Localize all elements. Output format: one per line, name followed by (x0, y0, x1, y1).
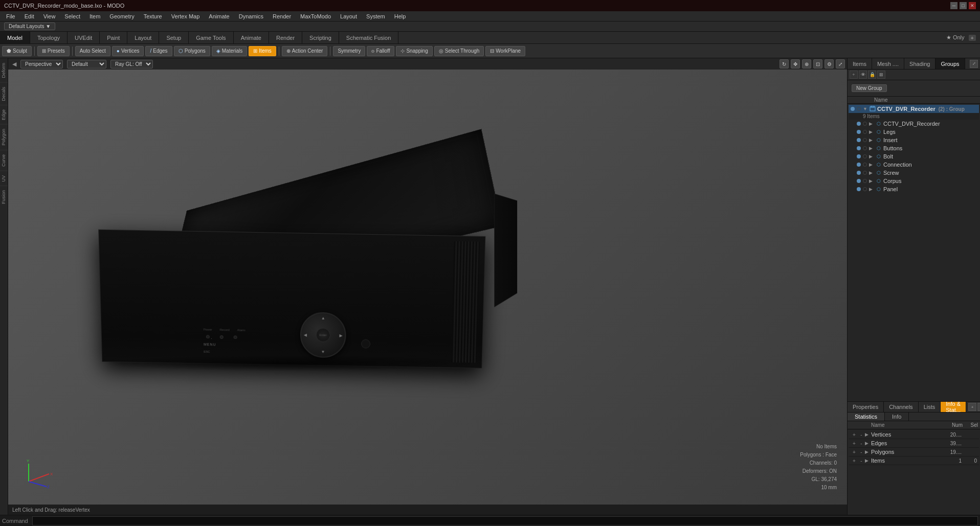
menu-help[interactable]: Help (390, 12, 410, 20)
menu-layout[interactable]: Layout (336, 12, 361, 20)
tree-visibility-btn[interactable]: 👁 (859, 71, 867, 79)
tab-topology[interactable]: Topology (30, 32, 68, 43)
left-tab-polygon[interactable]: Polygon (0, 124, 8, 150)
sculpt-button[interactable]: ⬟ Sculpt (2, 46, 32, 56)
tree-expand-root[interactable]: ▼ (863, 106, 868, 111)
menu-select[interactable]: Select (60, 12, 84, 20)
menu-item[interactable]: Item (85, 12, 104, 20)
stats-plus-items[interactable]: + (851, 458, 858, 464)
stats-expand-vertices[interactable]: ▶ (865, 432, 871, 437)
rp-tab-groups[interactable]: Groups (936, 58, 965, 69)
tab-setup[interactable]: Setup (159, 32, 189, 43)
falloff-button[interactable]: ⌾ Falloff (367, 46, 394, 56)
expand-9[interactable]: ▶ (869, 187, 874, 192)
expand-4[interactable]: ▶ (869, 146, 874, 151)
collapse-arrow[interactable]: ◀ (12, 61, 16, 67)
close-button[interactable]: ✕ (969, 2, 976, 9)
tree-item-buttons[interactable]: ▶ ⬡ Buttons (849, 144, 979, 152)
materials-button[interactable]: ◈ Materials (212, 46, 248, 56)
tab-schematic-fusion[interactable]: Schematic Fusion (339, 32, 398, 43)
stats-dash-items[interactable]: - (858, 458, 865, 464)
menu-edit[interactable]: Edit (20, 12, 38, 20)
maximize-button[interactable]: □ (960, 2, 967, 9)
tree-add-btn[interactable]: + (850, 71, 858, 79)
action-center-button[interactable]: ⊕ Action Center (282, 46, 328, 56)
vp-rotate-btn[interactable]: ↻ (779, 59, 789, 68)
rp-tab-shading[interactable]: Shading (904, 58, 936, 69)
vp-settings-btn[interactable]: ⚙ (825, 59, 834, 68)
viewport[interactable]: ◀ Perspective Front Top Default Wirefram… (8, 58, 847, 515)
add-tab-button[interactable]: + (969, 35, 976, 41)
menu-render[interactable]: Render (269, 12, 295, 20)
tab-game-tools[interactable]: Game Tools (189, 32, 234, 43)
tree-item-cctv-dvr[interactable]: ▶ ⬡ CCTV_DVR_Recorder (849, 120, 979, 128)
left-tab-decals[interactable]: Decals (0, 82, 8, 105)
scene-canvas[interactable]: PowerRecordAlarm MENU ESC (8, 70, 847, 505)
stats-row-edges[interactable]: + - ▶ Edges 39.... (849, 439, 979, 448)
tree-item-group-root[interactable]: ▼ CCTV_DVR_Recorder (2) : Group (849, 105, 979, 113)
stats-expand-items[interactable]: ▶ (865, 458, 871, 463)
new-group-button[interactable]: New Group (852, 84, 887, 92)
left-tab-deform[interactable]: Deform (0, 58, 8, 82)
tab-render[interactable]: Render (269, 32, 302, 43)
left-tab-edge[interactable]: Edge (0, 105, 8, 124)
expand-8[interactable]: ▶ (869, 178, 874, 184)
tree-item-legs[interactable]: ▶ ⬡ Legs (849, 128, 979, 136)
select-through-button[interactable]: ◎ Select Through (434, 46, 484, 56)
tree-lock-btn[interactable]: 🔒 (868, 71, 876, 79)
vp-expand-btn[interactable]: ⤢ (836, 59, 845, 68)
tab-uvedit[interactable]: UVEdit (68, 32, 100, 43)
menu-file[interactable]: File (2, 12, 19, 20)
rp-tab-items[interactable]: Items (848, 58, 872, 69)
rp-expand-btn[interactable]: ⤢ (970, 60, 978, 68)
menu-dynamics[interactable]: Dynamics (235, 12, 268, 20)
scene-tree[interactable]: ▼ CCTV_DVR_Recorder (2) : Group 9 Items … (848, 104, 980, 401)
left-tab-fusion[interactable]: Fusion (0, 186, 8, 208)
vp-zoom-btn[interactable]: ⊕ (802, 59, 811, 68)
stats-plus-vertices[interactable]: + (851, 432, 858, 438)
stats-dash-edges[interactable]: - (858, 441, 865, 446)
raygl-select[interactable]: Ray GL: Off Ray GL: On (110, 60, 153, 68)
stats-row-polygons[interactable]: + - ▶ Polygons 19.... (849, 448, 979, 456)
expand-5[interactable]: ▶ (869, 154, 874, 159)
tab-animate[interactable]: Animate (234, 32, 269, 43)
edges-button[interactable]: / Edges (145, 46, 172, 56)
stats-plus-edges[interactable]: + (851, 441, 858, 446)
tree-item-bolt[interactable]: ▶ ⬡ Bolt (849, 152, 979, 161)
rp-bottom-expand-btn[interactable]: + (968, 403, 976, 411)
symmetry-button[interactable]: Symmetry (333, 46, 365, 56)
items-button[interactable]: ⊞ Items (249, 46, 276, 56)
rp-tab-channels[interactable]: Channels (884, 402, 918, 412)
stats-expand-edges[interactable]: ▶ (865, 441, 871, 446)
expand-1[interactable]: ▶ (869, 121, 874, 126)
star-only[interactable]: ★ Only (946, 34, 965, 41)
tree-item-insert[interactable]: ▶ ⬡ Insert (849, 136, 979, 144)
stats-dash-polygons[interactable]: - (858, 449, 865, 455)
tab-layout[interactable]: Layout (127, 32, 159, 43)
rp-tab-mesh[interactable]: Mesh .... (872, 58, 904, 69)
tab-scripting[interactable]: Scripting (302, 32, 339, 43)
tree-item-connection[interactable]: ▶ ⬡ Connection (849, 161, 979, 169)
menu-animate[interactable]: Animate (205, 12, 233, 20)
tree-view-btn[interactable]: ⊞ (877, 71, 885, 79)
stats-row-items[interactable]: + - ▶ Items 1 0 (849, 456, 979, 465)
expand-6[interactable]: ▶ (869, 162, 874, 167)
tree-item-corpus[interactable]: ▶ ⬡ Corpus (849, 177, 979, 185)
polygons-button[interactable]: ⬡ Polygons (174, 46, 210, 56)
auto-select-button[interactable]: Auto Select (75, 46, 110, 56)
menu-texture[interactable]: Texture (140, 12, 166, 20)
vp-fit-btn[interactable]: ⊡ (813, 59, 822, 68)
rp-bottom-menu-btn[interactable]: ▼ (977, 403, 980, 411)
presets-button[interactable]: ⊞ Presets (37, 46, 70, 56)
left-tab-curve[interactable]: Curve (0, 150, 8, 171)
stats-expand-polygons[interactable]: ▶ (865, 449, 871, 454)
tab-model[interactable]: Model (0, 32, 30, 43)
rp-tab-lists[interactable]: Lists (919, 402, 941, 412)
stats-subtab-statistics[interactable]: Statistics (848, 413, 885, 421)
perspective-select[interactable]: Perspective Front Top (20, 60, 63, 68)
expand-2[interactable]: ▶ (869, 129, 874, 134)
workplane-button[interactable]: ⊟ WorkPlane (485, 46, 525, 56)
snapping-button[interactable]: ⊹ Snapping (396, 46, 432, 56)
layout-selector[interactable]: Default Layouts ▼ (4, 22, 55, 30)
vp-pan-btn[interactable]: ✥ (791, 59, 800, 68)
